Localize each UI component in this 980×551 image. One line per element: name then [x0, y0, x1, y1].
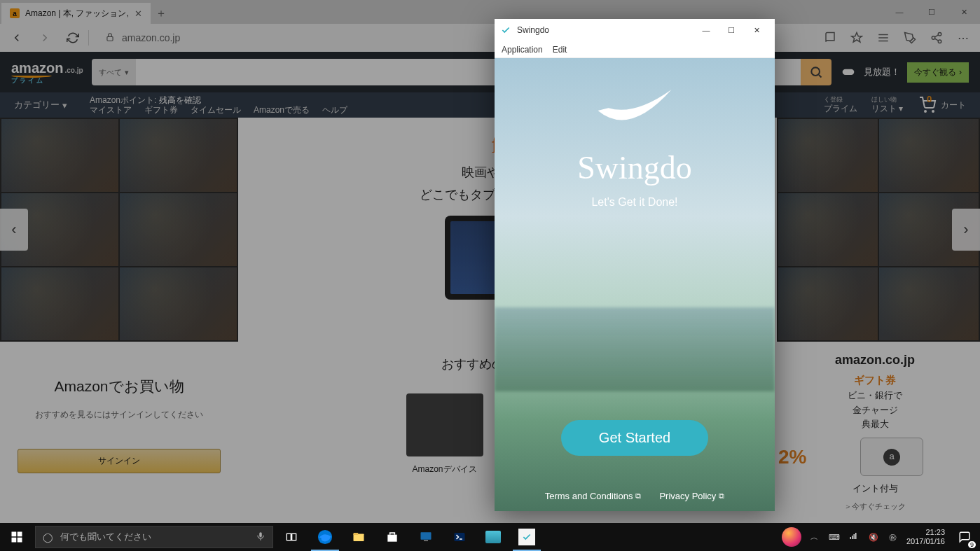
edge-close-button[interactable]: ✕	[948, 0, 980, 24]
subnav-wishlist[interactable]: ほしい物リスト ▾	[871, 96, 903, 113]
taskbar-powershell-icon[interactable]	[443, 523, 476, 551]
gift-card-ad[interactable]: amazon.co.jp ギフト券 ビニ・銀行で 金チャージ 典最大 2% a …	[770, 342, 980, 523]
svg-rect-8	[843, 69, 855, 74]
movie-tile[interactable]	[120, 267, 237, 340]
search-submit-button[interactable]	[801, 59, 831, 85]
category-item-devices[interactable]: Amazonデバイス	[406, 393, 483, 475]
subnav-gift[interactable]: ギフト券	[144, 105, 178, 115]
movie-tile[interactable]	[1, 267, 118, 340]
share-button[interactable]	[924, 25, 949, 50]
category-menu[interactable]: カテゴリー ▾	[14, 99, 67, 111]
amazon-logo[interactable]: amazon.co.jp プライム	[11, 61, 83, 84]
movie-tile[interactable]	[778, 193, 878, 266]
search-category-dropdown[interactable]: すべて ▾	[92, 59, 136, 85]
user-avatar-icon[interactable]	[782, 527, 801, 547]
external-link-icon: ⧉	[635, 491, 641, 501]
get-started-button[interactable]: Get Started	[561, 420, 708, 456]
subnav-timesale[interactable]: タイムセール	[191, 105, 241, 115]
signin-button[interactable]: サインイン	[18, 449, 221, 473]
swingdo-maximize-button[interactable]: ☐	[719, 20, 744, 40]
nav-back-button[interactable]	[4, 25, 29, 50]
tray-volume-icon[interactable]: 🔇	[867, 533, 880, 542]
svg-rect-15	[259, 532, 262, 537]
edge-window-controls: — ☐ ✕	[883, 0, 980, 24]
svg-rect-0	[107, 36, 113, 41]
nav-refresh-button[interactable]	[60, 25, 85, 50]
subnav-help[interactable]: ヘルプ	[322, 105, 347, 115]
swingdo-close-button[interactable]: ✕	[744, 20, 769, 40]
menu-application[interactable]: Application	[502, 45, 543, 55]
svg-point-10	[932, 111, 934, 112]
svg-rect-21	[421, 532, 432, 540]
new-tab-button[interactable]: ＋	[151, 3, 172, 24]
menu-edit[interactable]: Edit	[553, 45, 567, 55]
promo-cta-button[interactable]: 今すぐ観る ›	[907, 62, 969, 83]
action-center-button[interactable]: 9	[949, 523, 980, 551]
webnote-button[interactable]	[897, 25, 923, 50]
tray-chevron-icon[interactable]: ︿	[808, 532, 821, 543]
taskbar-app1-icon[interactable]	[409, 523, 443, 551]
taskbar-explorer-icon[interactable]	[342, 523, 375, 551]
swingdo-tagline: Let's Get it Done!	[591, 196, 677, 209]
signin-card: Amazonでお買い物 おすすめを見るにはサインインしてください サインイン	[0, 342, 238, 523]
taskbar-edge-icon[interactable]	[308, 523, 342, 551]
terms-link[interactable]: Terms and Conditions ⧉	[545, 491, 642, 501]
nav-forward-button[interactable]	[32, 25, 57, 50]
browser-tab-amazon[interactable]: a Amazon | 本, ファッション, ✕	[1, 3, 151, 24]
windows-taskbar: ◯ 何でも聞いてください ︿ ⌨ 🔇 ㊗ 21:23 2017/01/16 9	[0, 523, 980, 551]
cortana-search[interactable]: ◯ 何でも聞いてください	[35, 526, 273, 548]
movie-tile[interactable]	[120, 119, 237, 192]
task-view-button[interactable]	[275, 523, 308, 551]
svg-rect-27	[855, 533, 857, 539]
swingdo-titlebar[interactable]: Swingdo — ☐ ✕	[495, 19, 775, 41]
subnav-mystore[interactable]: マイストア	[90, 105, 132, 115]
tray-clock[interactable]: 21:23 2017/01/16	[906, 528, 945, 545]
edge-maximize-button[interactable]: ☐	[916, 0, 948, 24]
hub-button[interactable]	[871, 25, 896, 50]
subnav-sell[interactable]: Amazonで売る	[254, 105, 310, 115]
hero-tiles-right	[777, 118, 980, 342]
start-button[interactable]	[0, 523, 34, 551]
taskbar-app2-icon[interactable]	[476, 523, 510, 551]
tab-close-icon[interactable]: ✕	[134, 8, 142, 19]
svg-rect-24	[850, 537, 852, 539]
cart-button[interactable]: 0 カート	[917, 97, 966, 113]
system-tray: ︿ ⌨ 🔇 ㊗ 21:23 2017/01/16	[782, 523, 949, 551]
swingdo-check-icon	[582, 79, 687, 145]
subnav-prime-signup[interactable]: く登録プライム	[824, 96, 857, 113]
points-check-link[interactable]: 残高を確認	[159, 95, 201, 105]
movie-tile[interactable]	[879, 267, 979, 340]
amazon-sub-nav: カテゴリー ▾ Amazonポイント: 残高を確認 マイストア ギフト券 タイム…	[0, 92, 980, 118]
taskbar-swingdo-icon[interactable]	[510, 523, 544, 551]
gift-card-icon: a	[860, 438, 923, 476]
movie-tile[interactable]	[778, 119, 878, 192]
tray-ime-icon[interactable]: ㊗	[887, 532, 899, 543]
notification-badge: 9	[968, 541, 976, 548]
taskbar-store-icon[interactable]	[375, 523, 409, 551]
signin-sub: おすすめを見るにはサインインしてください	[14, 409, 224, 421]
movie-tile[interactable]	[879, 119, 979, 192]
amazon-promo: 見放題！ 今すぐ観る ›	[840, 62, 969, 83]
hero-prev-button[interactable]: ‹	[0, 209, 28, 251]
more-button[interactable]: ⋯	[951, 25, 976, 50]
movie-tile[interactable]	[1, 119, 118, 192]
tab-title: Amazon | 本, ファッション,	[25, 8, 129, 20]
hero-next-button[interactable]: ›	[952, 209, 980, 251]
amazon-top-nav: amazon.co.jp プライム すべて ▾ 見放題！ 今すぐ観る ›	[0, 52, 980, 92]
edge-minimize-button[interactable]: —	[883, 0, 916, 24]
mic-icon[interactable]	[256, 531, 265, 543]
swingdo-minimize-button[interactable]: —	[693, 20, 719, 40]
swingdo-window: Swingdo — ☐ ✕ Application Edit Swingdo L…	[495, 19, 775, 511]
tray-keyboard-icon[interactable]: ⌨	[828, 533, 841, 542]
tray-network-icon[interactable]	[848, 532, 860, 542]
svg-rect-26	[854, 534, 855, 539]
reading-view-button[interactable]	[817, 25, 843, 50]
movie-tile[interactable]	[778, 267, 878, 340]
favorite-button[interactable]	[844, 25, 869, 50]
svg-rect-23	[455, 533, 465, 541]
svg-rect-22	[424, 540, 428, 542]
gift-check-link[interactable]: ＞今すぐチェック	[844, 501, 906, 513]
address-text: amazon.co.jp	[122, 32, 180, 43]
movie-tile[interactable]	[120, 193, 237, 266]
privacy-link[interactable]: Privacy Policy ⧉	[659, 491, 724, 501]
